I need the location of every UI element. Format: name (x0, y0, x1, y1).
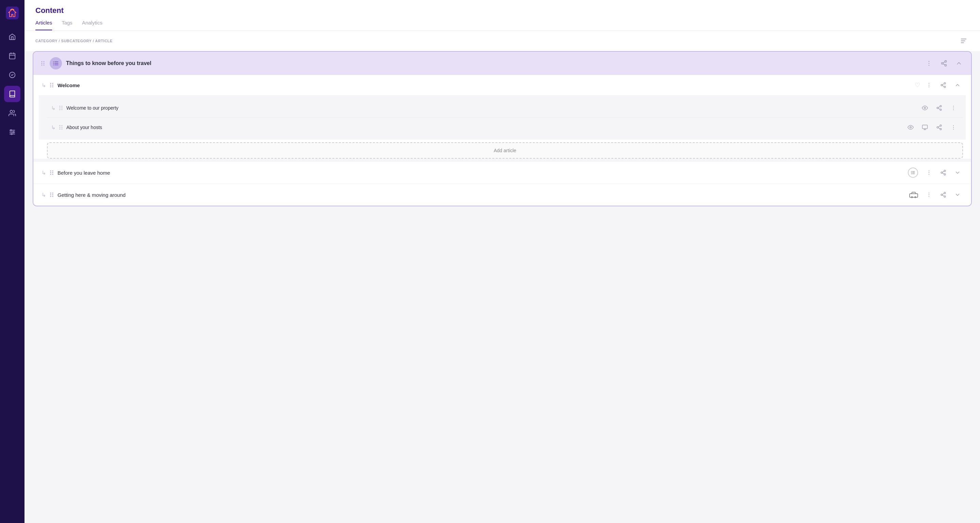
art2-share-button[interactable] (934, 122, 945, 133)
welcome-collapse-button[interactable] (952, 80, 963, 91)
svg-point-83 (50, 171, 51, 172)
subcategory-row-getting-here: ↳ Getting here & moving around (33, 183, 971, 206)
svg-point-54 (60, 109, 60, 110)
category-drag-handle[interactable] (40, 60, 46, 67)
welcome-share-button[interactable] (938, 80, 949, 91)
sidebar-item-content[interactable] (4, 86, 21, 102)
category-block: Things to know before you travel (33, 51, 972, 206)
category-share-button[interactable] (939, 58, 950, 69)
svg-point-29 (929, 63, 930, 64)
svg-point-39 (52, 85, 53, 86)
svg-point-19 (43, 63, 45, 64)
art1-drag-handle[interactable] (59, 105, 63, 111)
svg-point-66 (62, 125, 63, 126)
svg-point-87 (50, 174, 51, 175)
sidebar-item-tasks[interactable] (4, 67, 21, 83)
art2-view-button[interactable] (905, 122, 916, 133)
svg-point-52 (60, 108, 60, 108)
svg-point-55 (62, 109, 63, 110)
getting-here-share-button[interactable] (938, 189, 949, 200)
sidebar-item-home[interactable] (4, 29, 21, 45)
tab-articles[interactable]: Articles (35, 20, 52, 30)
svg-point-101 (52, 193, 53, 194)
svg-point-102 (50, 195, 51, 195)
svg-point-17 (43, 61, 45, 62)
svg-point-53 (62, 108, 63, 108)
svg-rect-106 (910, 194, 918, 198)
tab-tags[interactable]: Tags (62, 20, 73, 30)
svg-point-85 (50, 172, 51, 173)
svg-point-16 (41, 61, 43, 62)
art2-more-button[interactable] (948, 122, 959, 133)
getting-here-car-icon (909, 190, 918, 199)
svg-line-115 (942, 195, 944, 196)
svg-point-36 (50, 83, 51, 84)
art1-more-button[interactable] (948, 102, 959, 113)
svg-point-68 (62, 127, 63, 128)
category-actions (924, 58, 964, 69)
svg-point-86 (52, 172, 53, 173)
art2-screen-button[interactable] (920, 122, 930, 133)
svg-point-44 (929, 86, 929, 87)
svg-point-56 (924, 107, 926, 109)
svg-line-60 (938, 108, 940, 109)
getting-here-expand-button[interactable] (952, 189, 963, 200)
svg-point-51 (62, 106, 63, 107)
svg-line-61 (938, 107, 940, 108)
add-article-button[interactable]: Add article (47, 142, 963, 159)
svg-point-30 (929, 65, 930, 66)
getting-here-drag-handle[interactable] (49, 192, 54, 198)
svg-point-94 (929, 174, 929, 175)
svg-line-98 (942, 173, 944, 174)
svg-point-67 (60, 127, 60, 128)
svg-line-48 (942, 86, 944, 86)
art2-drag-handle[interactable] (59, 124, 63, 130)
svg-point-12 (11, 134, 12, 135)
svg-line-34 (943, 64, 945, 65)
art1-share-button[interactable] (934, 102, 945, 113)
svg-point-65 (60, 125, 60, 126)
sidebar-item-team[interactable] (4, 105, 21, 121)
sidebar (0, 0, 24, 523)
svg-point-18 (41, 63, 43, 64)
category-more-button[interactable] (924, 58, 934, 69)
before-leave-drag-handle[interactable] (49, 169, 54, 176)
filter-button[interactable] (958, 35, 969, 46)
welcome-more-button[interactable] (924, 80, 934, 91)
subcategory-getting-here-title: Getting here & moving around (57, 192, 906, 198)
welcome-drag-handle[interactable] (49, 82, 54, 88)
svg-point-25 (53, 61, 54, 62)
svg-point-50 (60, 106, 60, 107)
svg-point-70 (62, 129, 63, 130)
main-area: Content Articles Tags Analytics CATEGORY… (24, 0, 980, 523)
category-header: Things to know before you travel (33, 52, 971, 75)
svg-point-40 (50, 86, 51, 88)
app-logo (5, 5, 20, 21)
svg-point-111 (929, 196, 929, 197)
art1-indent: ↳ (51, 105, 56, 112)
article-row-about-hosts: ↳ About your hosts (47, 118, 963, 137)
sidebar-item-settings[interactable] (4, 124, 21, 140)
before-leave-more-button[interactable] (924, 167, 934, 178)
svg-point-109 (929, 193, 929, 193)
svg-line-99 (942, 171, 944, 172)
svg-point-63 (953, 108, 954, 108)
svg-point-37 (52, 83, 53, 84)
sidebar-item-calendar[interactable] (4, 48, 21, 64)
before-leave-expand-button[interactable] (952, 167, 963, 178)
svg-point-69 (60, 129, 60, 130)
svg-point-100 (50, 193, 51, 194)
getting-here-indent: ↳ (41, 192, 46, 198)
art1-view-button[interactable] (920, 102, 930, 113)
page-header: Content Articles Tags Analytics (24, 0, 980, 31)
art2-actions (905, 122, 959, 133)
subcategory-block-welcome: ↳ Welcome ♡ (33, 75, 971, 159)
breadcrumb: CATEGORY / SUBCATEGORY / ARTICLE (35, 39, 113, 43)
svg-point-110 (929, 195, 929, 195)
before-leave-share-button[interactable] (938, 167, 949, 178)
svg-rect-1 (10, 53, 15, 59)
svg-point-64 (953, 109, 954, 110)
category-collapse-button[interactable] (953, 58, 964, 69)
tab-analytics[interactable]: Analytics (82, 20, 102, 30)
getting-here-more-button[interactable] (924, 189, 934, 200)
